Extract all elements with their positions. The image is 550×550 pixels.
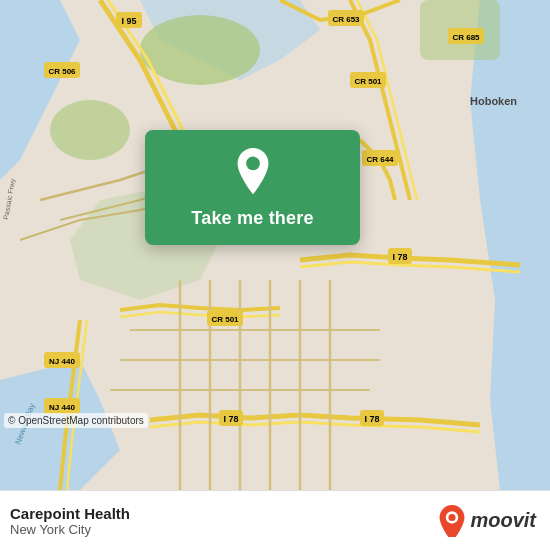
location-city: New York City: [10, 522, 130, 537]
svg-text:CR 506: CR 506: [48, 67, 76, 76]
moovit-logo: moovit: [438, 505, 536, 537]
svg-text:I 78: I 78: [364, 414, 379, 424]
map-container: I 95 CR 653 CR 685 CR 506 CR 501 Hoboken…: [0, 0, 550, 490]
moovit-brand-text: moovit: [470, 509, 536, 532]
svg-text:I 78: I 78: [223, 414, 238, 424]
svg-point-2: [50, 100, 130, 160]
svg-text:I 95: I 95: [121, 16, 136, 26]
svg-text:I 78: I 78: [392, 252, 407, 262]
location-name: Carepoint Health: [10, 505, 130, 522]
osm-attribution: © OpenStreetMap contributors: [4, 413, 148, 428]
svg-text:NJ 440: NJ 440: [49, 403, 75, 412]
svg-point-1: [140, 15, 260, 85]
location-pin-icon: [229, 148, 277, 196]
location-info: Carepoint Health New York City: [10, 505, 130, 537]
location-card: Take me there: [145, 130, 360, 245]
svg-text:CR 685: CR 685: [452, 33, 480, 42]
svg-point-40: [246, 157, 260, 171]
svg-text:CR 644: CR 644: [366, 155, 394, 164]
svg-point-42: [449, 513, 456, 520]
svg-text:NJ 440: NJ 440: [49, 357, 75, 366]
moovit-pin-icon: [438, 505, 466, 537]
bottom-bar: Carepoint Health New York City moovit: [0, 490, 550, 550]
svg-text:CR 653: CR 653: [332, 15, 360, 24]
take-me-there-button[interactable]: Take me there: [191, 208, 313, 229]
svg-text:CR 501: CR 501: [354, 77, 382, 86]
svg-text:Hoboken: Hoboken: [470, 95, 517, 107]
svg-text:CR 501: CR 501: [211, 315, 239, 324]
